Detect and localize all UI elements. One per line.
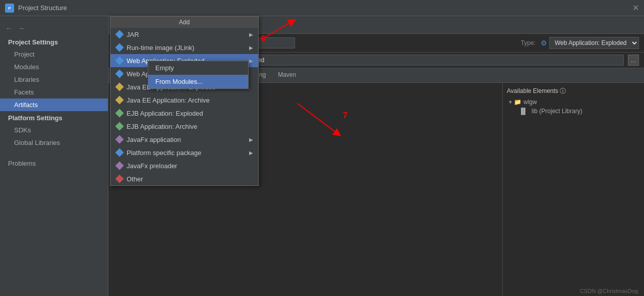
lib-icon: ▐▌ bbox=[519, 108, 528, 115]
webapp-exploded-icon bbox=[115, 57, 124, 65]
forward-arrow[interactable]: → bbox=[16, 24, 26, 32]
credit-text: CSDN @ChristmasDog bbox=[580, 288, 638, 294]
submenu-item-from-modules[interactable]: From Modules... bbox=[148, 75, 248, 88]
bottom-bar: CSDN @ChristmasDog bbox=[574, 286, 644, 296]
back-arrow[interactable]: ← bbox=[4, 24, 14, 32]
ejb-archive-label: EJB Application: Archive bbox=[127, 123, 197, 130]
javaee-archive-label: Java EE Application: Archive bbox=[127, 96, 210, 104]
other-icon bbox=[115, 175, 124, 183]
sidebar-item-facets[interactable]: Facets bbox=[0, 86, 108, 98]
submenu-item-empty[interactable]: Empty bbox=[148, 61, 248, 75]
add-menu-item-platform[interactable]: Platform specific package ▶ bbox=[110, 146, 258, 159]
close-button[interactable]: ✕ bbox=[632, 3, 639, 13]
directory-browse-button[interactable]: … bbox=[628, 55, 639, 66]
webapp-exploded-arrow: ▶ bbox=[249, 58, 253, 64]
submenu: Empty From Modules... bbox=[148, 61, 249, 89]
folder-icon: 📁 bbox=[514, 98, 521, 106]
javafx-arrow: ▶ bbox=[249, 137, 253, 142]
tab-maven[interactable]: Maven bbox=[272, 68, 302, 82]
javafx-preloader-icon bbox=[115, 162, 124, 170]
add-menu-item-jlink[interactable]: Run-time image (JLink) ▶ bbox=[110, 41, 258, 54]
jlink-icon bbox=[115, 43, 124, 52]
platform-arrow: ▶ bbox=[249, 150, 253, 156]
sidebar-item-problems[interactable]: Problems bbox=[0, 157, 108, 170]
add-menu-item-jar[interactable]: JAR ▶ bbox=[110, 28, 258, 41]
main-layout: ← → Project Settings Project Modules Lib… bbox=[0, 16, 644, 296]
type-select[interactable]: Web Application: Exploded bbox=[549, 37, 639, 49]
sidebar-item-libraries[interactable]: Libraries bbox=[0, 73, 108, 86]
add-menu-header: Add bbox=[110, 17, 258, 28]
context-menu-overlay: Add JAR ▶ Run-time image (JLink) ▶ Web A… bbox=[110, 16, 259, 186]
sidebar-item-project[interactable]: Project bbox=[0, 48, 108, 61]
sidebar-item-global-libraries[interactable]: Global Libraries bbox=[0, 136, 108, 149]
add-menu-item-javafx[interactable]: JavaFx application ▶ bbox=[110, 133, 258, 146]
jar-arrow: ▶ bbox=[249, 32, 253, 37]
sidebar-item-modules[interactable]: Modules bbox=[0, 61, 108, 73]
available-elements-title: Available Elements ⓘ bbox=[507, 87, 640, 95]
platform-icon bbox=[115, 149, 124, 157]
title-bar: P Project Structure ✕ bbox=[0, 0, 644, 16]
title-bar-text: Project Structure bbox=[18, 4, 67, 12]
add-menu-item-other[interactable]: Other bbox=[110, 172, 258, 185]
add-menu-item-ejb-archive[interactable]: EJB Application: Archive bbox=[110, 120, 258, 133]
jar-icon bbox=[115, 30, 124, 38]
platform-label: Platform specific package bbox=[127, 149, 201, 157]
project-settings-title: Project Settings bbox=[0, 35, 108, 48]
sidebar-item-artifacts[interactable]: Artifacts bbox=[0, 98, 108, 111]
tree-item-wlgw[interactable]: ▾ 📁 wlgw bbox=[507, 97, 640, 107]
add-menu-item-ejb-exploded[interactable]: EJB Application: Exploded bbox=[110, 107, 258, 120]
tree-item-wlgw-label: wlgw bbox=[523, 98, 537, 106]
add-menu: Add JAR ▶ Run-time image (JLink) ▶ Web A… bbox=[110, 16, 259, 186]
platform-settings-title: Platform Settings bbox=[0, 111, 108, 124]
ejb-exploded-icon bbox=[115, 109, 124, 117]
javafx-label: JavaFx application bbox=[127, 136, 181, 143]
type-icon: ⚙ bbox=[541, 39, 547, 47]
sidebar-item-sdks[interactable]: SDKs bbox=[0, 124, 108, 136]
ejb-archive-icon bbox=[115, 122, 124, 130]
app-icon: P bbox=[5, 4, 14, 13]
ejb-exploded-label: EJB Application: Exploded bbox=[127, 110, 203, 117]
collapse-arrow: ▾ bbox=[509, 98, 512, 106]
jlink-arrow: ▶ bbox=[249, 45, 253, 51]
jlink-label: Run-time image (JLink) bbox=[127, 44, 194, 52]
nav-arrows: ← → bbox=[0, 21, 108, 35]
svg-text:P: P bbox=[8, 6, 11, 11]
javafx-preloader-label: JavaFx preloader bbox=[127, 162, 177, 170]
right-panel: Available Elements ⓘ ▾ 📁 wlgw ▐▌ lib (Pr… bbox=[503, 83, 644, 296]
javafx-icon bbox=[115, 135, 124, 143]
tree-item-lib-label: lib (Project Library) bbox=[532, 108, 582, 115]
add-menu-item-javafx-preloader[interactable]: JavaFx preloader bbox=[110, 159, 258, 172]
javaee-exploded-icon bbox=[115, 83, 124, 91]
javaee-archive-icon bbox=[115, 96, 124, 104]
tree-item-lib[interactable]: ▐▌ lib (Project Library) bbox=[507, 107, 640, 116]
type-label: Type: bbox=[521, 39, 536, 46]
jar-label: JAR bbox=[127, 31, 139, 38]
sidebar: ← → Project Settings Project Modules Lib… bbox=[0, 16, 108, 296]
other-label: Other bbox=[127, 175, 143, 183]
add-menu-item-javaee-archive[interactable]: Java EE Application: Archive bbox=[110, 93, 258, 107]
webapp-archive-icon bbox=[115, 70, 124, 78]
